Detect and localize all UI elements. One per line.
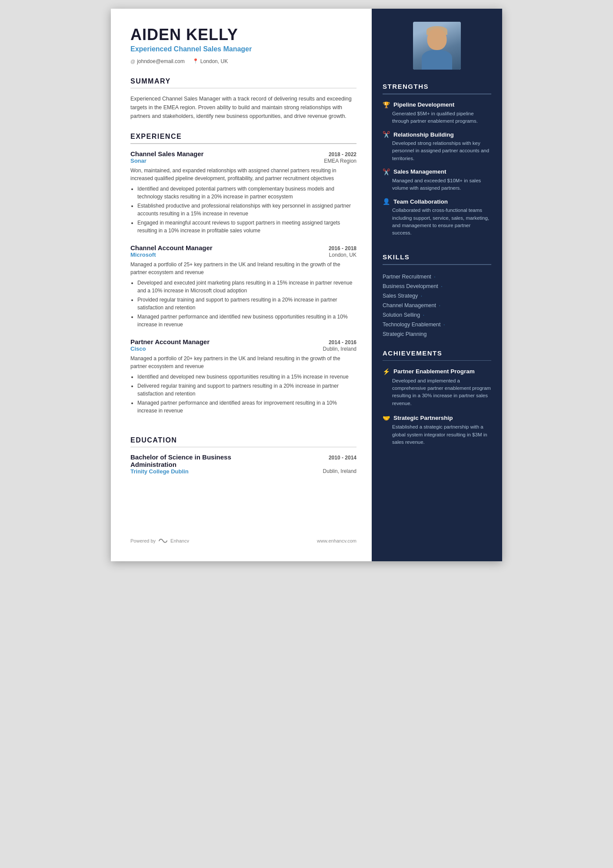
email-text: johndoe@email.com [137,58,185,64]
strength-2-title: Relationship Building [393,131,454,138]
strength-2-icon: ✂️ [383,131,390,138]
achievements-divider [383,360,491,361]
edu-1-header: Bachelor of Science in Business Administ… [130,453,356,468]
job-1-location: EMEA Region [324,158,356,164]
contact-row: @ johndoe@email.com 📍 London, UK [130,58,356,64]
achievement-1-desc: Developed and implemented a comprehensiv… [383,377,491,407]
job-2-bullet-3: Managed partner performance and identifi… [137,313,356,328]
location-icon: 📍 [193,58,199,64]
job-3-company: Cisco [130,345,146,352]
strengths-section: STRENGTHS 🏆 Pipeline Development Generat… [383,83,491,243]
job-3-bullet-1: Identified and developed new business op… [137,373,356,381]
left-column: AIDEN KELLY Experienced Channel Sales Ma… [111,9,372,561]
job-3-bullet-2: Delivered regular training and support t… [137,382,356,398]
achievement-2-row: 🤝 Strategic Partnership [383,414,491,422]
job-3-title: Partner Account Manager [130,338,210,345]
skill-dot-1: · [433,274,436,280]
skill-dot-4: · [437,302,440,308]
education-divider [130,447,356,448]
strength-4: 👤 Team Collaboration Collaborated with c… [383,198,491,237]
skills-divider [383,264,491,265]
skill-dot-2: · [440,283,443,289]
job-1-title: Channel Sales Manager [130,150,203,158]
job-1-bullet-3: Engaged in meaningful account reviews to… [137,219,356,235]
job-2: Channel Account Manager 2016 - 2018 Micr… [130,244,356,328]
enhancv-logo-icon [158,538,168,544]
achievement-1-row: ⚡ Partner Enablement Program [383,368,491,375]
candidate-title: Experienced Channel Sales Manager [130,45,356,53]
strength-4-desc: Collaborated with cross-functional teams… [383,207,491,237]
edu-1-school: Trinity College Dublin [130,468,189,475]
skill-3: Sales Strategy · [383,291,491,301]
job-1-bullet-2: Established productive and professional … [137,202,356,218]
skill-2: Business Development · [383,282,491,291]
strength-3-title: Sales Management [393,168,446,175]
job-2-bullet-1: Developed and executed joint marketing p… [137,279,356,295]
job-3-bullets: Identified and developed new business op… [130,373,356,415]
achievements-title: ACHIEVEMENTS [383,349,491,357]
job-2-header: Channel Account Manager 2016 - 2018 [130,244,356,251]
strength-3-desc: Managed and exceeded $10M+ in sales volu… [383,177,491,192]
job-1-sub: Sonar EMEA Region [130,158,356,164]
strength-2: ✂️ Relationship Building Developed stron… [383,131,491,162]
skill-1: Partner Recruitment · [383,272,491,282]
strengths-title: STRENGTHS [383,83,491,90]
photo-inner [413,22,461,70]
achievement-1-icon: ⚡ [383,368,390,375]
skill-5: Solution Selling · [383,310,491,320]
job-1: Channel Sales Manager 2018 - 2022 Sonar … [130,150,356,235]
summary-title: SUMMARY [130,77,356,85]
powered-by-text: Powered by [130,538,156,543]
strength-3-row: ✂️ Sales Management [383,168,491,175]
experience-section: EXPERIENCE Channel Sales Manager 2018 - … [130,133,356,424]
summary-section: SUMMARY Experienced Channel Sales Manage… [130,77,356,121]
job-2-desc: Managed a portfolio of 25+ key partners … [130,261,356,276]
job-2-location: London, UK [329,252,356,258]
job-2-title: Channel Account Manager [130,244,213,251]
job-3-header: Partner Account Manager 2014 - 2016 [130,338,356,345]
edu-1-dates: 2010 - 2014 [329,455,356,461]
brand-name: Enhancv [170,538,189,543]
website-text: www.enhancv.com [317,538,356,543]
job-1-bullet-1: Identified and developed potential partn… [137,185,356,201]
job-2-company: Microsoft [130,251,156,258]
experience-divider [130,143,356,144]
education-section: EDUCATION Bachelor of Science in Busines… [130,436,356,475]
job-3-dates: 2014 - 2016 [329,339,356,345]
candidate-name: AIDEN KELLY [130,26,356,44]
strength-1-icon: 🏆 [383,101,390,108]
strength-3: ✂️ Sales Management Managed and exceeded… [383,168,491,192]
skill-4: Channel Management · [383,301,491,310]
job-1-header: Channel Sales Manager 2018 - 2022 [130,150,356,158]
strengths-divider [383,94,491,94]
summary-divider [130,88,356,89]
strength-4-row: 👤 Team Collaboration [383,198,491,205]
skill-6: Technology Enablement · [383,320,491,329]
profile-photo [413,22,461,70]
job-2-dates: 2016 - 2018 [329,245,356,251]
skills-title: SKILLS [383,253,491,261]
right-column: STRENGTHS 🏆 Pipeline Development Generat… [372,9,502,561]
achievement-1-title: Partner Enablement Program [393,368,475,375]
job-2-bullets: Developed and executed joint marketing p… [130,279,356,328]
job-1-dates: 2018 - 2022 [329,151,356,158]
strength-1-title: Pipeline Development [393,101,454,108]
summary-text: Experienced Channel Sales Manager with a… [130,94,356,121]
job-2-sub: Microsoft London, UK [130,251,356,258]
resume-wrapper: AIDEN KELLY Experienced Channel Sales Ma… [111,9,502,561]
job-3: Partner Account Manager 2014 - 2016 Cisc… [130,338,356,415]
achievements-section: ACHIEVEMENTS ⚡ Partner Enablement Progra… [383,349,491,453]
job-3-bullet-3: Managed partner performance and identifi… [137,399,356,415]
edu-1: Bachelor of Science in Business Administ… [130,453,356,475]
strength-4-icon: 👤 [383,198,390,205]
skills-section: SKILLS Partner Recruitment · Business De… [383,253,491,339]
skill-dot-5: · [421,312,424,318]
email-contact: @ johndoe@email.com [130,58,185,64]
footer-bar: Powered by Enhancv www.enhancv.com [130,529,356,544]
edu-1-location: Dublin, Ireland [323,468,356,475]
strength-1: 🏆 Pipeline Development Generated $5M+ in… [383,101,491,125]
footer-logo: Powered by Enhancv [130,538,189,544]
achievement-2: 🤝 Strategic Partnership Established a st… [383,414,491,446]
job-1-company: Sonar [130,158,147,164]
edu-1-sub: Trinity College Dublin Dublin, Ireland [130,468,356,475]
